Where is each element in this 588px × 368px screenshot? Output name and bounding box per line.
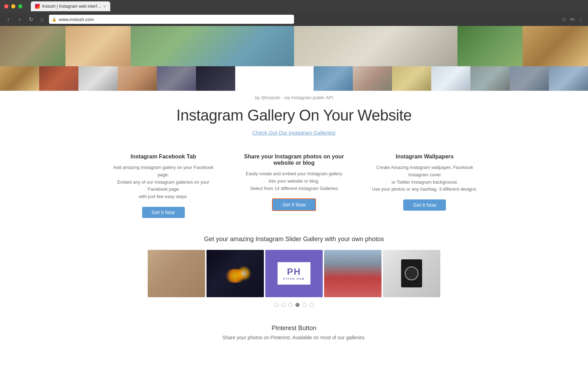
photo-grid-top: [0, 26, 588, 91]
photo-cell-s7: [314, 66, 353, 91]
photo-cell-5: [457, 26, 523, 66]
attribution: by @instush - via Instagram public API: [0, 91, 588, 103]
slider-dot-6[interactable]: [309, 303, 314, 307]
photo-cell-s1: [0, 66, 39, 91]
get-it-button-website[interactable]: Get It Now: [272, 198, 316, 211]
features-section: Instagram Facebook Tab Add amazing Insta…: [84, 146, 504, 232]
tab-favicon-icon: [35, 4, 40, 9]
browser-toolbar: ‹ › ↻ ⌂ 🔒 www.instush.com ☆ ✏ ⋮: [0, 13, 588, 26]
browser-tab[interactable]: Instush | Instagram web interf… ✕: [31, 1, 110, 11]
photo-cell-s11: [470, 66, 510, 91]
slider-dot-5[interactable]: [302, 303, 307, 307]
slider-dot-1[interactable]: [274, 303, 279, 307]
photo-cell-s4: [118, 66, 157, 91]
feature-desc-website: Easily create and embed your Instagram g…: [239, 170, 349, 192]
url-text: www.instush.com: [59, 17, 94, 22]
get-it-button-facebook[interactable]: Get It Now: [142, 207, 185, 218]
traffic-light-close[interactable]: [4, 4, 8, 8]
feature-desc-facebook: Add amazing Instagram gallery on your Fa…: [108, 164, 218, 200]
pinterest-desc: Share your photos on Pinterest. Availabl…: [0, 335, 588, 340]
home-button[interactable]: ⌂: [38, 16, 46, 22]
slider-thumb-1: [148, 250, 205, 297]
browser-chrome: Instush | Instagram web interf… ✕ ‹ › ↻ …: [0, 0, 588, 26]
slider-title: Get your amazing Instagram Slider Galler…: [0, 236, 588, 243]
photo-cell-s6: [196, 66, 235, 91]
feature-title-wallpapers: Instagram Wallpapers: [370, 154, 479, 160]
slider-thumb-5: [383, 250, 440, 297]
slider-dot-2[interactable]: [281, 303, 286, 307]
slider-section: Get your amazing Instagram Slider Galler…: [0, 232, 588, 314]
photo-cell-2: [65, 26, 131, 66]
photo-cell-s5: [157, 66, 196, 91]
slider-thumb-2: [206, 250, 264, 297]
address-bar[interactable]: 🔒 www.instush.com: [49, 15, 294, 24]
hero-gallery-link[interactable]: Check Out Our Instagram Galleries!: [252, 130, 336, 136]
photo-cell-s8: [353, 66, 392, 91]
bookmark-icon[interactable]: ☆: [562, 16, 567, 23]
photo-row-1: [0, 26, 588, 66]
traffic-light-minimize[interactable]: [11, 4, 15, 8]
photo-cell-s9: [392, 66, 431, 91]
feature-col-wallpapers: Instagram Wallpapers Create Amazing Inst…: [359, 154, 490, 218]
feature-title-website: Share your Instagram photos on your webs…: [239, 154, 349, 166]
tab-close-icon[interactable]: ✕: [103, 5, 106, 8]
slider-thumb-3: PH PITCH HUB: [265, 250, 323, 297]
pinterest-title: Pinterest Button: [0, 325, 588, 332]
attribution-text: by @instush - via Instagram public API: [255, 95, 333, 100]
photo-cell-6: [523, 26, 588, 66]
forward-button[interactable]: ›: [15, 16, 24, 22]
get-it-button-wallpapers[interactable]: Get It Now: [403, 199, 446, 211]
toolbar-actions: ☆ ✏ ⋮: [562, 16, 584, 23]
slider-gallery: PH PITCH HUB: [0, 250, 588, 297]
hero-title: Instagram Gallery On Your Website: [7, 107, 581, 124]
slider-dots: [0, 303, 588, 307]
slider-thumb-4: [324, 250, 382, 297]
photo-cell-3: [131, 26, 294, 66]
hero-section: Instagram Gallery On Your Website Check …: [0, 103, 588, 146]
photo-cell-s2: [39, 66, 78, 91]
extensions-icon[interactable]: ✏: [570, 16, 575, 23]
photo-cell-spacer: [235, 66, 314, 91]
photo-cell-s10: [431, 66, 470, 91]
photo-cell-4: [294, 26, 457, 66]
photo-cell-1: [0, 26, 65, 66]
lock-icon: 🔒: [52, 17, 57, 22]
tab-title: Instush | Instagram web interf…: [42, 4, 101, 9]
browser-titlebar: Instush | Instagram web interf… ✕: [0, 0, 588, 13]
page-content: by @instush - via Instagram public API I…: [0, 26, 588, 347]
refresh-button[interactable]: ↻: [27, 16, 35, 23]
slider-dot-4[interactable]: [295, 303, 300, 307]
photo-row-2: [0, 66, 588, 91]
feature-col-facebook: Instagram Facebook Tab Add amazing Insta…: [98, 154, 229, 218]
photo-cell-s12: [510, 66, 549, 91]
slider-dot-3[interactable]: [288, 303, 293, 307]
photo-cell-s13: [549, 66, 588, 91]
back-button[interactable]: ‹: [4, 16, 13, 22]
feature-col-website: Share your Instagram photos on your webs…: [229, 154, 359, 218]
photo-cell-s3: [78, 66, 118, 91]
pinterest-section: Pinterest Button Share your photos on Pi…: [0, 314, 588, 347]
menu-icon[interactable]: ⋮: [578, 16, 584, 23]
traffic-light-fullscreen[interactable]: [18, 4, 22, 8]
feature-desc-wallpapers: Create Amazing Instagram wallpaper, Face…: [370, 164, 479, 193]
feature-title-facebook: Instagram Facebook Tab: [108, 154, 218, 160]
